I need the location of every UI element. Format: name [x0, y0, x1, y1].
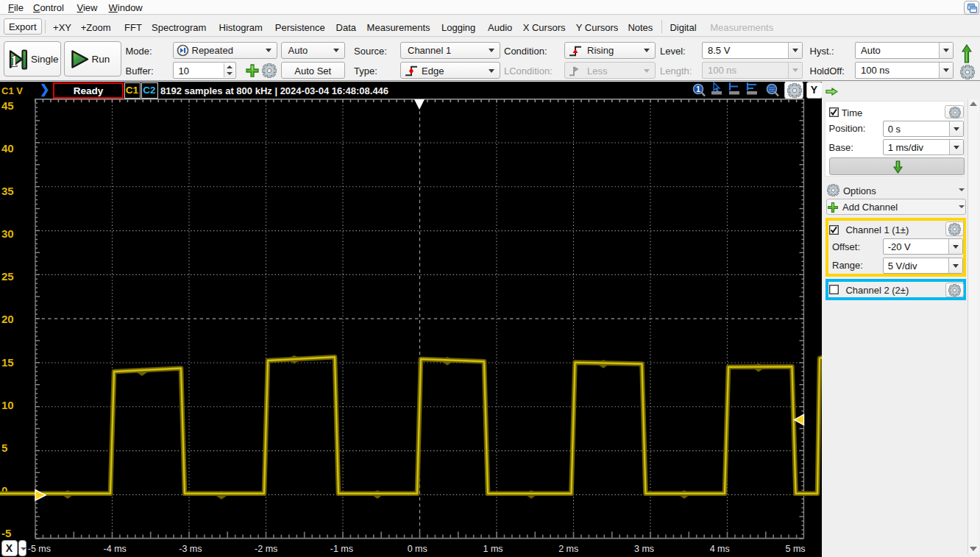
svg-text:25: 25: [1, 270, 14, 283]
svg-text:-3 ms: -3 ms: [179, 544, 202, 554]
svg-text:2 ms: 2 ms: [558, 544, 578, 554]
svg-text:40: 40: [1, 142, 14, 155]
svg-text:15: 15: [1, 356, 14, 369]
svg-text:1: 1: [10, 53, 18, 69]
svg-text:-5 ms: -5 ms: [28, 544, 51, 554]
svg-text:0 ms: 0 ms: [408, 544, 427, 554]
svg-text:1 ms: 1 ms: [483, 544, 503, 554]
svg-text:10: 10: [1, 399, 14, 411]
svg-text:-5: -5: [1, 527, 11, 539]
svg-text:3 ms: 3 ms: [634, 544, 654, 554]
svg-text:20: 20: [1, 313, 14, 325]
svg-text:5: 5: [1, 441, 7, 454]
svg-text:45: 45: [1, 99, 14, 112]
svg-text:1: 1: [696, 85, 700, 93]
svg-text:4 ms: 4 ms: [710, 544, 730, 554]
svg-text:-1 ms: -1 ms: [330, 544, 353, 554]
svg-text:30: 30: [1, 227, 14, 240]
svg-text:-2 ms: -2 ms: [255, 544, 277, 554]
svg-text:5 ms: 5 ms: [785, 544, 805, 554]
svg-text:-4 ms: -4 ms: [104, 544, 127, 554]
svg-text:35: 35: [1, 185, 14, 197]
